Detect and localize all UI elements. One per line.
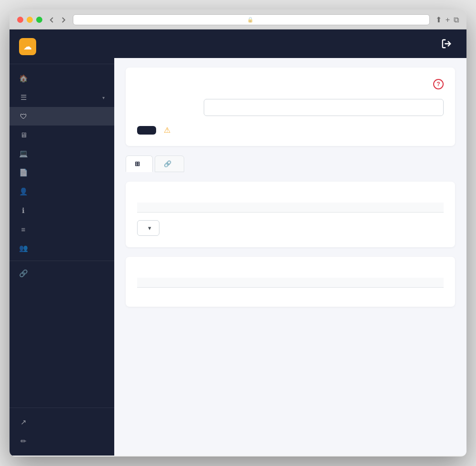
sidebar-item-system-status[interactable]: ✏ [10, 432, 114, 451]
unsaved-warning: ⚠ [164, 126, 173, 135]
sidebar-item-account[interactable]: 👤 [10, 182, 114, 201]
save-apply-button[interactable] [137, 126, 156, 135]
main-content: ? ⚠ [114, 29, 466, 456]
monitoring-icon: 💻 [19, 149, 28, 158]
chevron-down-icon: ▾ [102, 95, 105, 100]
assigned-servers-tab-icon: 🔗 [164, 160, 171, 167]
new-inbound-rule-button[interactable]: ▾ [137, 220, 159, 236]
nav-controls [48, 16, 67, 24]
sidebar-item-payment-invoice[interactable]: 📄 [10, 163, 114, 182]
col-header-action [426, 203, 444, 213]
col-header-action [426, 278, 444, 288]
inbound-rules-table [137, 203, 444, 213]
col-header-port [225, 203, 259, 213]
warning-icon: ⚠ [164, 126, 170, 135]
nav-divider [10, 261, 114, 261]
external-link-icon: ↗ [19, 418, 28, 427]
sidebar-item-support[interactable]: ℹ [10, 201, 114, 220]
address-bar[interactable]: 🔒 [73, 14, 430, 25]
browser-actions: ⬆ + ⧉ [436, 15, 459, 24]
account-icon: 👤 [19, 187, 28, 196]
col-header-comment [384, 203, 426, 213]
inbound-rules-card: ▾ [126, 182, 455, 247]
minimize-button[interactable] [27, 17, 33, 23]
col-header-comment [384, 278, 426, 288]
outbound-rules-table [137, 278, 444, 288]
tab-rules[interactable]: ⊞ [126, 155, 153, 172]
traffic-lights [17, 17, 42, 23]
manage-firewall-card: ? ⚠ [126, 68, 455, 146]
firewall-name-group [137, 99, 444, 116]
users-icon: 👥 [19, 244, 28, 252]
logo-icon: ☁ [19, 38, 36, 55]
col-header-ipv6-sources [326, 203, 384, 213]
outbound-rules-card [126, 257, 455, 307]
sidebar-item-back-to-website[interactable]: ↗ [10, 413, 114, 432]
sidebar-item-activity-log[interactable]: ≡ [10, 220, 114, 239]
firewall-icon: 🛡 [19, 112, 28, 120]
col-header-type [137, 203, 191, 213]
sidebar: ☁ 🏠 ☰ ▾ 🛡 [10, 29, 114, 456]
col-header-ipv4-dest [259, 278, 326, 288]
maximize-button[interactable] [36, 17, 42, 23]
col-header-ipv6-dest [326, 278, 384, 288]
activity-icon: ≡ [19, 225, 28, 233]
sidebar-item-network-storage[interactable]: 🖥 [10, 126, 114, 144]
tabs-container: ⊞ 🔗 [126, 155, 455, 172]
invoice-icon: 📄 [19, 168, 28, 177]
servers-icon: ☰ [19, 93, 28, 102]
sidebar-item-affiliate[interactable]: 🔗 [10, 264, 114, 283]
card-header: ? [137, 79, 444, 89]
storage-icon: 🖥 [19, 131, 28, 139]
col-header-type [137, 278, 191, 288]
home-icon: 🏠 [19, 74, 28, 83]
sidebar-item-user-management[interactable]: 👥 [10, 239, 114, 258]
help-icon[interactable]: ? [433, 79, 444, 89]
sidebar-bottom: ↗ ✏ [10, 408, 114, 456]
col-header-port [225, 278, 259, 288]
sidebar-item-firewall[interactable]: 🛡 [10, 107, 114, 126]
col-header-ipv4-sources [259, 203, 326, 213]
sidebar-item-monitoring[interactable]: 💻 [10, 144, 114, 163]
status-icon: ✏ [19, 437, 28, 446]
tab-assigned-servers[interactable]: 🔗 [155, 155, 184, 172]
actions-row: ⚠ [137, 126, 444, 135]
sidebar-nav: 🏠 ☰ ▾ 🛡 🖥 💻 [10, 64, 114, 408]
support-icon: ℹ [19, 206, 28, 215]
sidebar-logo: ☁ [10, 29, 114, 64]
content-area: ? ⚠ [114, 58, 466, 326]
affiliate-icon: 🔗 [19, 269, 28, 278]
close-button[interactable] [17, 17, 23, 23]
sidebar-item-your-servers[interactable]: ☰ ▾ [10, 88, 114, 107]
logout-button[interactable] [438, 35, 455, 52]
firewall-name-input[interactable] [204, 99, 444, 116]
top-bar [114, 29, 466, 58]
sidebar-item-dashboard[interactable]: 🏠 [10, 69, 114, 88]
rules-tab-icon: ⊞ [135, 160, 140, 167]
col-header-protocol [191, 203, 225, 213]
chevron-down-icon: ▾ [148, 224, 151, 232]
col-header-protocol [191, 278, 225, 288]
